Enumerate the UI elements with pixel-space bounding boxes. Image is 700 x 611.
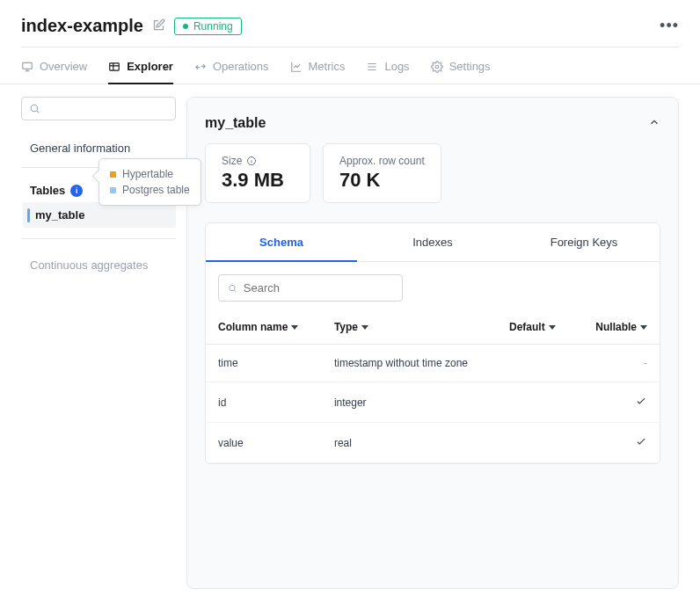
schema-card: Schema Indexes Foreign Keys Column name … bbox=[205, 222, 660, 464]
tables-label: Tables bbox=[30, 184, 65, 197]
sidebar-table-item[interactable]: my_table bbox=[23, 202, 176, 228]
stat-rowcount: Approx. row count 70 K bbox=[323, 143, 441, 203]
stat-value: 70 K bbox=[339, 169, 425, 192]
status-dot-icon bbox=[183, 24, 188, 29]
stat-label: Size bbox=[222, 155, 294, 167]
cell-name: id bbox=[206, 382, 322, 423]
panel: my_table Size 3.9 MB Approx. row count 7… bbox=[186, 97, 679, 589]
tab-operations[interactable]: Operations bbox=[194, 60, 269, 84]
sidebar-item-continuous-aggregates[interactable]: Continuous aggregates bbox=[21, 246, 176, 284]
col-header-type[interactable]: Type bbox=[322, 309, 497, 345]
cell-default bbox=[497, 423, 575, 463]
svg-point-3 bbox=[31, 105, 38, 112]
stats-row: Size 3.9 MB Approx. row count 70 K bbox=[205, 143, 660, 203]
svg-point-2 bbox=[435, 65, 439, 69]
chevron-up-icon[interactable] bbox=[648, 116, 660, 131]
content: my_table Size 3.9 MB Approx. row count 7… bbox=[176, 97, 700, 589]
caret-down-icon bbox=[640, 325, 647, 330]
popover-item-hypertable: Hypertable bbox=[110, 166, 190, 182]
svg-point-5 bbox=[230, 285, 235, 290]
schema-table: Column name Type Default Nullable timeti… bbox=[206, 309, 660, 463]
main-tabs: Overview Explorer Operations Metrics Log… bbox=[0, 47, 700, 84]
search-icon bbox=[228, 283, 237, 294]
col-header-name[interactable]: Column name bbox=[206, 309, 322, 345]
edit-icon[interactable] bbox=[152, 18, 165, 34]
tab-label: Logs bbox=[384, 60, 409, 73]
tab-label: Settings bbox=[449, 60, 491, 73]
panel-header: my_table bbox=[205, 115, 660, 131]
status-badge: Running bbox=[174, 18, 242, 35]
header-left: index-example Running bbox=[21, 16, 242, 36]
col-header-nullable[interactable]: Nullable bbox=[575, 309, 660, 345]
gear-icon bbox=[431, 61, 443, 73]
cell-nullable: - bbox=[575, 345, 660, 382]
page-title: index-example bbox=[21, 16, 143, 36]
info-icon[interactable]: i bbox=[70, 185, 83, 197]
schema-search[interactable] bbox=[218, 274, 403, 302]
check-icon bbox=[635, 438, 647, 450]
schema-search-input[interactable] bbox=[244, 281, 393, 295]
inner-tab-indexes[interactable]: Indexes bbox=[357, 223, 508, 261]
tab-settings[interactable]: Settings bbox=[431, 60, 491, 84]
monitor-icon bbox=[21, 61, 33, 73]
sidebar-item-general[interactable]: General information bbox=[21, 136, 176, 160]
cell-nullable bbox=[575, 423, 660, 463]
inner-tabs: Schema Indexes Foreign Keys bbox=[206, 223, 660, 262]
postgres-dot-icon bbox=[110, 187, 116, 193]
caret-down-icon bbox=[361, 325, 368, 330]
tab-explorer[interactable]: Explorer bbox=[108, 60, 173, 84]
inner-tab-schema[interactable]: Schema bbox=[206, 223, 357, 261]
divider bbox=[21, 238, 176, 239]
list-icon bbox=[366, 61, 378, 73]
stat-label: Approx. row count bbox=[339, 155, 425, 167]
cell-default bbox=[497, 382, 575, 423]
cell-name: time bbox=[206, 345, 322, 382]
caret-down-icon bbox=[291, 325, 298, 330]
inner-tab-foreign-keys[interactable]: Foreign Keys bbox=[508, 223, 660, 261]
tab-label: Metrics bbox=[309, 60, 346, 73]
chart-icon bbox=[290, 61, 303, 73]
cell-nullable bbox=[575, 382, 660, 423]
arrows-icon bbox=[194, 61, 207, 73]
popover-item-postgres: Postgres table bbox=[110, 182, 190, 198]
table-type-popover: Hypertable Postgres table bbox=[98, 158, 201, 206]
info-icon[interactable] bbox=[246, 156, 257, 166]
stat-value: 3.9 MB bbox=[222, 169, 294, 192]
tab-overview[interactable]: Overview bbox=[21, 60, 87, 84]
table-row: idinteger bbox=[206, 382, 660, 423]
search-icon bbox=[29, 103, 40, 114]
tab-metrics[interactable]: Metrics bbox=[290, 60, 346, 84]
panel-title: my_table bbox=[205, 115, 266, 131]
cell-default bbox=[497, 345, 575, 382]
stat-size: Size 3.9 MB bbox=[205, 143, 310, 203]
cell-type: real bbox=[322, 423, 497, 463]
table-row: valuereal bbox=[206, 423, 660, 463]
dash-icon: - bbox=[644, 357, 647, 369]
more-icon[interactable]: ••• bbox=[660, 17, 679, 35]
header: index-example Running ••• bbox=[0, 0, 700, 47]
tab-label: Operations bbox=[213, 60, 269, 73]
hypertable-dot-icon bbox=[110, 171, 116, 178]
cell-type: integer bbox=[322, 382, 497, 423]
tab-label: Overview bbox=[40, 60, 87, 73]
cell-type: timestamp without time zone bbox=[322, 345, 497, 382]
table-item-label: my_table bbox=[35, 208, 84, 222]
sidebar-search[interactable] bbox=[21, 97, 176, 120]
table-icon bbox=[108, 61, 120, 73]
col-header-default[interactable]: Default bbox=[497, 309, 575, 345]
status-text: Running bbox=[193, 20, 233, 33]
svg-rect-0 bbox=[23, 62, 33, 69]
svg-rect-1 bbox=[110, 62, 120, 69]
check-icon bbox=[635, 397, 647, 410]
caret-down-icon bbox=[549, 325, 556, 330]
cell-name: value bbox=[206, 423, 322, 463]
tab-label: Explorer bbox=[127, 60, 173, 73]
tab-logs[interactable]: Logs bbox=[366, 60, 409, 84]
table-row: timetimestamp without time zone- bbox=[206, 345, 660, 382]
